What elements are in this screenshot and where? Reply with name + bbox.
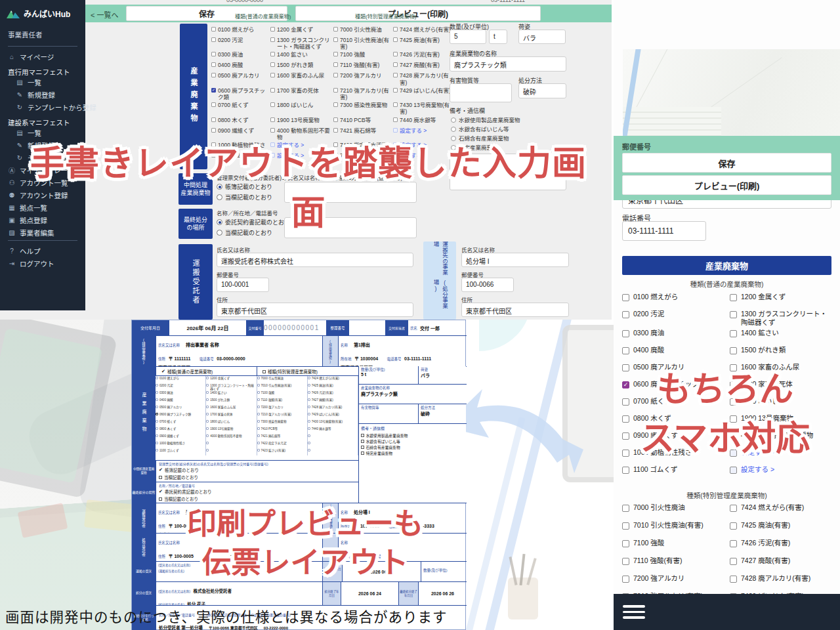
waste-type-option[interactable]: 7000 引火性廃油	[333, 25, 392, 35]
waste-type-option[interactable]: 7110 強酸(有害)	[257, 398, 308, 405]
waste-type-option[interactable]: 0800 木くず	[156, 427, 206, 434]
waste-type-option[interactable]: 7100 強酸	[622, 537, 730, 555]
waste-type-option[interactable]: 7425 廃油(有害)	[308, 383, 358, 390]
waste-type-option[interactable]: 1500 がれき類	[270, 60, 332, 71]
disposal-method-input[interactable]: 破砕	[518, 83, 566, 98]
waste-type-option[interactable]: 1800 ばいじん	[270, 100, 332, 115]
waste-type-option[interactable]: 0700 紙くず	[156, 419, 206, 427]
waste-type-option[interactable]: 7426 汚泥(有害)	[730, 537, 833, 555]
dest-addr-input[interactable]: 東京都千代田区	[461, 303, 569, 317]
waste-type-option[interactable]: 7426 汚泥(有害)	[393, 50, 452, 60]
waste-type-option[interactable]: 7300 感染性廃棄物	[333, 100, 392, 115]
waste-type-option[interactable]: 1200 金属くず	[270, 25, 332, 35]
waste-type-option[interactable]: 7010 引火性廃油(有害)	[257, 383, 308, 390]
waste-type-option[interactable]: 7210 強アルカリ(有害)	[333, 86, 392, 100]
waste-type-option[interactable]: ✓0600 廃プラスチック類	[211, 86, 269, 100]
waste-type-option[interactable]: 7440 廃水銀等	[308, 427, 358, 434]
sidebar-item-マイページ[interactable]: ⌂マイページ	[0, 51, 85, 63]
waste-type-option[interactable]: 1200 金属くず	[730, 291, 833, 308]
waste-type-option[interactable]: 0300 廃油	[622, 327, 730, 344]
waste-type-option[interactable]: 7427 廃酸(有害)	[730, 555, 833, 572]
waste-type-option[interactable]: 7429 ばいじん(有害)	[308, 412, 358, 419]
waste-type-option[interactable]: 4000 動物系固形不要物	[206, 434, 257, 441]
waste-type-option[interactable]: 0400 廃酸	[622, 344, 730, 361]
waste-type-option[interactable]: 1400 鉱さい	[730, 327, 833, 344]
hamburger-menu-icon[interactable]	[623, 605, 645, 622]
back-to-list-link[interactable]: < 一覧へ	[91, 9, 118, 20]
remarks-option[interactable]: 水銀使用製品産業廃棄物	[451, 115, 520, 124]
waste-type-option[interactable]: 1000 動植物性残さ	[156, 441, 206, 448]
waste-type-option[interactable]: 7200 強アルカリ	[333, 71, 392, 85]
sidebar-item-テンプレートから登録[interactable]: ↻テンプレートから登録	[0, 101, 85, 114]
remarks-option[interactable]: 水銀含有ばいじん等	[451, 124, 520, 133]
waste-type-option[interactable]: 0100 燃えがら	[622, 291, 730, 308]
waste-type-option[interactable]: 1100 ゴムくず	[622, 463, 730, 480]
hazard-input[interactable]	[450, 83, 512, 102]
waste-type-option[interactable]: 7410 PCB等	[333, 116, 392, 126]
waste-type-option[interactable]: 7300 感染性廃棄物	[257, 419, 308, 427]
waste-type-option[interactable]: 7427 廃酸(有害)	[308, 398, 358, 405]
waste-type-option[interactable]: 0900 繊維くず	[156, 434, 206, 441]
waste-type-option[interactable]: 7200 強アルカリ	[257, 405, 308, 412]
waste-type-option[interactable]: 0100 燃えがら	[156, 376, 206, 383]
waste-type-option[interactable]: 7429 ばいじん(有害)	[393, 86, 452, 100]
waste-name-input[interactable]: 廃プラスチック類	[450, 56, 566, 72]
remarks-option[interactable]: 水銀含有ばいじん等	[361, 438, 465, 444]
waste-type-option[interactable]: 0200 汚泥	[622, 308, 730, 327]
waste-type-option[interactable]: 0400 廃酸	[211, 60, 269, 71]
waste-type-option[interactable]: 0500 廃アルカリ	[211, 71, 269, 85]
waste-type-option[interactable]: 7100 強酸	[333, 50, 392, 60]
waste-type-option[interactable]: 0200 汚泥	[156, 383, 206, 390]
carrier-addr-input[interactable]: 東京都千代田区	[217, 303, 413, 317]
waste-type-option[interactable]: 1800 ばいじん	[206, 419, 257, 427]
waste-type-option[interactable]: 7423 鉱さい(有害)	[257, 448, 308, 455]
carrier-name-input[interactable]: 運搬受託者名称株式会社	[217, 253, 413, 267]
waste-type-option[interactable]: 0400 廃酸	[156, 398, 206, 405]
waste-type-option[interactable]: 1100 ゴムくず	[156, 448, 206, 455]
waste-type-option[interactable]: 7440 廃水銀等	[393, 116, 452, 126]
waste-type-option[interactable]: 1700 家畜の死体	[206, 412, 257, 419]
waste-type-option[interactable]: 1200 金属くず	[206, 376, 257, 383]
waste-type-option[interactable]: 0100 燃えがら	[211, 25, 269, 35]
waste-type-option[interactable]: 1500 がれき類	[206, 398, 257, 405]
waste-type-option[interactable]: 7110 強酸(有害)	[622, 555, 730, 572]
waste-type-option[interactable]: 1500 がれき類	[730, 344, 833, 361]
waste-type-option[interactable]: 0800 木くず	[211, 116, 269, 126]
waste-type-option[interactable]: 1400 鉱さい	[206, 390, 257, 398]
waste-type-option[interactable]: 7424 燃えがら(有害)	[308, 376, 358, 383]
waste-type-option[interactable]: 1700 家畜の死体	[270, 86, 332, 100]
waste-type-option[interactable]: 7422 指定下水汚泥	[257, 441, 308, 448]
waste-type-option[interactable]: 7424 燃えがら(有害)	[730, 501, 833, 519]
remarks-option[interactable]: 特定産業廃棄物	[361, 450, 465, 456]
waste-type-option[interactable]: ✓0600 廃プラスチック類	[156, 412, 206, 419]
mobile-save-button[interactable]: 保存	[622, 153, 831, 173]
waste-type-option[interactable]: 1900 13号廃棄物	[206, 427, 257, 434]
waste-type-option[interactable]: 7110 強酸(有害)	[333, 60, 392, 71]
waste-type-option[interactable]: 7424 燃えがら(有害)	[393, 25, 452, 35]
sidebar-item-ログアウト[interactable]: ⇥ログアウト	[0, 257, 85, 270]
waste-type-option[interactable]: 1300 ガラスコンクリート・陶磁器くず	[270, 35, 332, 50]
waste-type-option[interactable]: 1300 ガラスコンクリート・陶磁器くず	[730, 308, 833, 327]
sidebar-item-一覧[interactable]: ▤一覧	[0, 76, 85, 89]
sidebar-item-ヘルプ[interactable]: ?ヘルプ	[0, 245, 85, 257]
waste-type-option[interactable]: 7425 廃油(有害)	[393, 35, 452, 50]
waste-type-option[interactable]: 1400 鉱さい	[270, 50, 332, 60]
waste-type-option[interactable]: 7428 廃アルカリ(有害)	[393, 71, 452, 85]
waste-type-option[interactable]: 7410 PCB等	[257, 427, 308, 434]
waste-type-option[interactable]: 7428 廃アルカリ(有害)	[730, 572, 833, 590]
waste-type-option[interactable]: 7421 廃石綿等	[257, 434, 308, 441]
waste-type-option[interactable]: 7100 強酸	[257, 390, 308, 398]
waste-type-option[interactable]: 7210 強アルカリ(有害)	[257, 412, 308, 419]
dest-zip-input[interactable]: 100-0066	[461, 278, 514, 292]
waste-type-option[interactable]: 1600 家畜のふん尿	[270, 71, 332, 85]
print-preview-button[interactable]: プレビュー(印刷)	[295, 6, 541, 21]
waste-type-option[interactable]: 7000 引火性廃油	[622, 501, 730, 519]
remarks-option[interactable]: 石綿含有産業廃棄物	[361, 444, 465, 450]
waste-type-option[interactable]: 7427 廃酸(有害)	[393, 60, 452, 71]
dest-name-input[interactable]: 処分場 I	[461, 253, 569, 267]
remarks-option[interactable]: 水銀使用製品産業廃棄物	[361, 432, 465, 438]
qty-input[interactable]: 5	[450, 30, 486, 44]
mobile-preview-button[interactable]: プレビュー(印刷)	[622, 175, 831, 195]
waste-type-option[interactable]: 0500 廃アルカリ	[156, 405, 206, 412]
waste-type-option[interactable]: 7426 汚泥(有害)	[308, 390, 358, 398]
